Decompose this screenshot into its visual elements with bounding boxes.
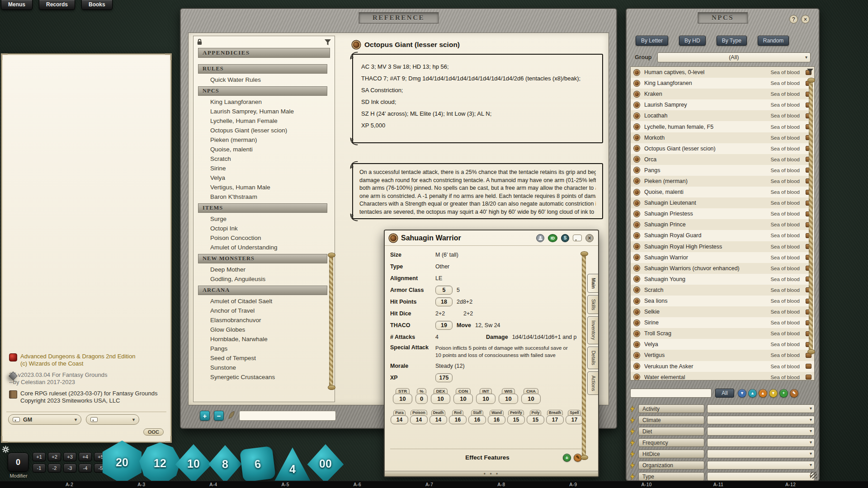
modifier-box[interactable]: 0 [8,453,28,472]
filter-button-organization[interactable]: Organization [638,461,704,469]
ability-value[interactable]: 10 [521,394,541,404]
link-icon[interactable] [806,364,811,369]
filter-dropdown-hitdice[interactable]: ▾ [707,450,815,458]
reference-item-surge[interactable]: Surge [198,214,327,224]
npc-tab-by-type[interactable]: By Type [717,36,747,46]
add-effect-button[interactable]: + [563,454,571,462]
save-value[interactable]: 16 [488,415,505,424]
npc-action-scroll-first[interactable]: ▼ [738,389,746,398]
npc-row-scratch[interactable]: ScratchSea of blood [631,285,814,296]
reference-item-amulet-of-citadel-saelt[interactable]: Amulet of Citadel Saelt [198,296,327,306]
sheet-tab-details[interactable]: Details [587,347,598,369]
reference-item-octopus-giant-lesser-scion[interactable]: Octopus Giant (lesser scion) [198,126,327,135]
reference-item-scratch[interactable]: Scratch [198,154,327,164]
reference-item-glow-globes[interactable]: Glow Globes [198,325,327,334]
remove-button[interactable]: − [214,411,224,421]
reference-item-quoise-malenti[interactable]: Quoise, malenti [198,145,327,154]
npc-action-edit[interactable]: ✎ [790,389,798,398]
save-value[interactable]: 14 [391,415,408,424]
filter-dropdown-diet[interactable]: ▾ [707,427,815,436]
npc-row-morkoth[interactable]: MorkothSea of blood [631,132,814,143]
filter-dropdown-frequency[interactable]: ▾ [707,438,815,447]
die-d10[interactable]: 10 [175,444,212,483]
npc-row-kraken[interactable]: KrakenSea of blood [631,89,814,99]
id-badge[interactable]: ID [548,234,557,242]
group-dropdown[interactable]: (All) ▾ [657,52,811,62]
die-d4[interactable]: 4 [274,446,311,482]
npc-row-vertigus[interactable]: VertigusSea of blood [631,350,814,361]
save-value[interactable]: 17 [546,415,564,424]
npc-tab-by-hd[interactable]: By HD [679,36,706,46]
ability-value[interactable]: 10 [499,394,518,404]
list-scrollbar[interactable] [809,80,813,352]
npc-row-quoise-malenti[interactable]: Quoise, malentiSea of blood [631,187,814,197]
filter-button-activity[interactable]: Activity [638,404,704,413]
speaker-dropdown[interactable]: GM ▾ [8,414,81,425]
sheet-tab-main[interactable]: Main [587,274,598,293]
npc-row-locathah[interactable]: LocathahSea of blood [631,110,814,121]
sheet-scrollbar[interactable] [582,254,586,457]
filter-funnel-icon[interactable] [807,68,813,76]
modifier-button-minus-4[interactable]: -4 [79,464,92,473]
npc-row-verukuun-the-asker[interactable]: Verukuun the AskerSea of blood [631,361,814,372]
sheet-tab-skills[interactable]: Skills [587,295,598,314]
npc-action-move-down[interactable]: ▼ [769,389,778,398]
add-button[interactable]: + [200,411,210,421]
reference-item-hornblade-narwhale[interactable]: Hornblade, Narwhale [198,334,327,344]
lock-icon[interactable] [197,38,203,47]
save-value[interactable]: 14 [410,415,428,424]
close-icon[interactable]: × [585,234,594,242]
filter-button-diet[interactable]: Diet [638,427,704,436]
reference-item-deep-mother[interactable]: Deep Mother [198,265,327,274]
filter-dropdown-type[interactable]: ▾ [707,472,815,481]
save-value[interactable]: 15 [507,415,525,424]
xp-box[interactable]: 175 [435,373,453,382]
npc-row-sirine[interactable]: SirineSea of blood [631,317,814,328]
sheet-tab-actions[interactable]: Actions [587,371,598,395]
reference-item-sirine[interactable]: Sirine [198,164,327,173]
filter-funnel-icon[interactable] [325,39,331,47]
link-icon[interactable] [806,375,811,380]
npc-row-pieken-merman[interactable]: Pieken (merman)Sea of blood [631,176,814,187]
filter-dropdown-organization[interactable]: ▾ [707,461,815,469]
resize-grip[interactable]: • • • [385,471,598,476]
help-button[interactable]: ? [789,15,798,23]
ooc-badge[interactable]: OOC [143,428,164,436]
filter-dropdown-climate[interactable]: ▾ [707,416,815,424]
modifier-button-plus-4[interactable]: +4 [79,452,92,461]
ability-value[interactable]: 10 [431,394,450,404]
modifier-button-minus-1[interactable]: -1 [33,464,46,473]
npc-row-orca[interactable]: OrcaSea of blood [631,154,814,165]
npc-action-scroll-top[interactable]: ▲ [748,389,757,398]
thaco-box[interactable]: 19 [435,321,453,330]
modifier-button-minus-2[interactable]: -2 [48,464,61,473]
sidebar-scrollbar[interactable] [329,255,333,387]
menu-button-records[interactable]: Records [39,0,75,10]
npc-row-pangs[interactable]: PangsSea of blood [631,165,814,176]
npc-row-sahuagin-royal-guard[interactable]: Sahuagin Royal GuardSea of blood [631,230,814,241]
npc-row-human-captives-0-level[interactable]: Human captives, 0-levelSea of blood [631,67,814,78]
reference-item-godling-anguileusis[interactable]: Godling, Anguileusis [198,274,327,284]
reference-item-sunstone[interactable]: Sunstone [198,363,327,372]
npc-row-velya[interactable]: VelyaSea of blood [631,339,814,350]
die-d100[interactable]: 00 [307,444,344,483]
filter-dropdown-activity[interactable]: ▾ [707,404,815,413]
filter-button-frequency[interactable]: Frequency [638,438,704,447]
npc-row-sahuagin-priestess[interactable]: Sahuagin PriestessSea of blood [631,208,814,219]
reference-item-lychelle-human-female[interactable]: Lychelle, Human Female [198,116,327,126]
save-value[interactable]: 17 [566,415,583,424]
npc-row-sahuagin-royal-high-priestess[interactable]: Sahuagin Royal High PriestessSea of bloo… [631,241,814,252]
die-d6[interactable]: 6 [240,446,276,482]
npc-search-input[interactable] [630,389,712,398]
all-button[interactable]: All [715,389,734,398]
die-d12[interactable]: 12 [139,442,181,484]
filter-button-climate[interactable]: Climate [638,416,704,424]
save-value[interactable]: 16 [468,415,486,424]
npc-row-sea-lions[interactable]: Sea lionsSea of blood [631,296,814,306]
die-d8[interactable]: 8 [207,445,243,483]
reference-item-laurish-samprey-human-male[interactable]: Laurish Samprey, Human Male [198,107,327,116]
npc-row-water-elemental[interactable]: Water elementalSea of blood [631,372,814,380]
portrait-icon[interactable] [536,234,544,242]
reference-item-baron-k-thstraam[interactable]: Baron K'thstraam [198,192,327,202]
save-value[interactable]: 16 [449,415,467,424]
